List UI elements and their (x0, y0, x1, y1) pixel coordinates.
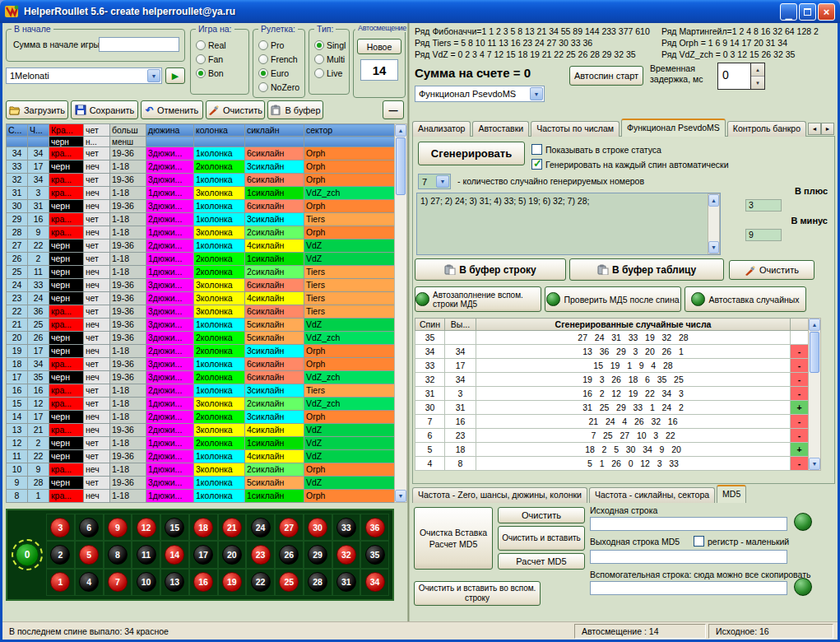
board-cell-32[interactable]: 32 (332, 541, 361, 568)
scroll-up-arrow[interactable]: ▲ (395, 124, 406, 137)
maximize-button[interactable] (799, 3, 816, 21)
save-button[interactable]: Сохранить (71, 100, 138, 119)
history-row[interactable]: 2511черннеч1-181дюжи...2колонка2сиклайнT… (7, 266, 395, 279)
buffer-table-button[interactable]: В буфер таблицу (569, 258, 724, 281)
board-cell-22[interactable]: 22 (246, 569, 275, 596)
history-scrollbar[interactable]: ▲ ▼ (394, 123, 407, 503)
board-cell-3[interactable]: 3 (46, 514, 75, 541)
board-cell-30[interactable]: 30 (304, 514, 332, 541)
board-cell-14[interactable]: 14 (160, 541, 189, 568)
run-button[interactable]: ▶ (165, 67, 185, 84)
board-cell-23[interactable]: 23 (246, 541, 275, 568)
col-header-column[interactable]: колонка (194, 124, 245, 137)
board-cell-34[interactable]: 34 (360, 569, 389, 596)
board-cell-15[interactable]: 15 (160, 514, 189, 541)
copy-buffer-button[interactable]: В буфер (267, 100, 323, 119)
autospin-start-button[interactable]: Автоспин старт (569, 66, 643, 86)
history-row[interactable]: 1321кра...неч19-362дюжи...3колонка4сикла… (7, 424, 395, 437)
history-row[interactable]: 1417черннеч1-182дюжи...2колонка3сиклайнO… (7, 411, 395, 424)
board-cell-6[interactable]: 6 (75, 514, 104, 541)
helper-string-input[interactable] (590, 581, 787, 595)
title-bar[interactable]: HelperRoullet 5.6- create helperroullet@… (0, 0, 840, 23)
dropdown-arrow-icon[interactable]: ▼ (147, 69, 160, 82)
check-md5-button[interactable]: Проверить МД5 после спина (545, 286, 681, 312)
board-cell-8[interactable]: 8 (104, 541, 132, 568)
history-row[interactable]: 1917черннеч1-182дюжи...2колонка3сиклайнO… (7, 345, 395, 358)
scroll-down-arrow[interactable]: ▼ (809, 458, 820, 470)
history-row[interactable]: 2026чернчет19-363дюжи...2колонка5сиклайн… (7, 332, 395, 345)
history-row[interactable]: 3434кра...чет19-363дюжи...1колонка6сикла… (7, 147, 395, 160)
minus-button[interactable]: — (383, 100, 404, 119)
scroll-down-arrow[interactable]: ▼ (395, 490, 406, 502)
gen-row[interactable]: 343413 36 29 3 20 26 1- (415, 345, 809, 359)
helper-ball-button[interactable] (794, 578, 812, 596)
history-row[interactable]: 1122чернчет19-362дюжи...1колонка4сиклайн… (7, 450, 395, 463)
col-header-dozen[interactable]: дюжина (146, 124, 194, 137)
history-row[interactable]: 2125кра...неч19-363дюжи...1колонка5сикла… (7, 319, 395, 332)
history-row[interactable]: 122чернчет1-181дюжи...2колонка1сиклайнVd… (7, 437, 395, 450)
auto-generate-checkbox[interactable]: Генерировать на каждый спин автоматическ… (531, 159, 729, 170)
history-row[interactable]: 2236кра...чет19-363дюжи...3колонка6сикла… (7, 305, 395, 319)
mode-select[interactable]: Функционал PsevdoMS ▼ (415, 86, 545, 102)
gen-row[interactable]: 331715 19 1 9 4 28- (415, 359, 809, 373)
tab-Функционал PsevdoMS[interactable]: Функционал PsevdoMS (621, 119, 726, 137)
dropdown-arrow-icon[interactable]: ▼ (530, 87, 543, 100)
clear-generated-button[interactable]: Очистить (729, 260, 814, 280)
radio-option-singl[interactable]: Singl (314, 40, 347, 51)
checkbox-icon[interactable] (531, 144, 542, 155)
history-row[interactable]: 289кра...неч1-181дюжи...3колонка2сиклайн… (7, 226, 395, 240)
board-cell-35[interactable]: 35 (360, 541, 389, 568)
undo-button[interactable]: ↶ Отменить (141, 100, 203, 119)
radio-option-multi[interactable]: Multi (314, 54, 347, 65)
history-row[interactable]: 109кра...неч1-181дюжи...3колонка2сиклайн… (7, 463, 395, 477)
load-button[interactable]: Загрузить (6, 100, 68, 119)
delay-spinner[interactable]: 0 ▲ ▼ (717, 63, 765, 90)
board-cell-25[interactable]: 25 (275, 569, 304, 596)
col-header-high[interactable]: больш (110, 124, 146, 137)
history-row[interactable]: 313кра...неч1-181дюжи...3колонка1сиклайн… (7, 187, 395, 200)
scroll-up-arrow[interactable]: ▲ (708, 194, 719, 207)
buffer-line-button[interactable]: В буфер строку (415, 258, 566, 281)
gen-row[interactable]: 303131 25 29 33 1 24 2+ (415, 401, 809, 415)
history-row[interactable]: 81кра...неч1-181дюжи...1колонка1сиклайнO… (7, 490, 395, 503)
tab-Автоставки[interactable]: Автоставки (472, 121, 529, 137)
autofill-md5-button[interactable]: Автозаполнение вспом. строки МД5 (415, 286, 541, 312)
gen-row[interactable]: 51818 2 5 30 34 9 20+ (415, 443, 809, 457)
board-cell-9[interactable]: 9 (104, 514, 132, 541)
checkbox-icon[interactable] (531, 159, 542, 170)
col-header-red[interactable]: Кра... (49, 124, 84, 137)
md5-clear-paste-button[interactable]: Очистить и вставить (498, 526, 585, 551)
profile-select[interactable]: 1Melonati ▼ (6, 67, 162, 84)
board-cell-20[interactable]: 20 (218, 541, 247, 568)
gen-row[interactable]: 485 1 26 0 12 3 33- (415, 457, 809, 471)
tab-scroll-left-arrow[interactable]: ◄ (808, 123, 821, 135)
board-cell-19[interactable]: 19 (218, 569, 247, 596)
history-row[interactable]: 2722чернчет19-362дюжи...1колонка4сиклайн… (7, 240, 395, 253)
md5-master-button[interactable]: Очистка Вставка Расчет MD5 (414, 507, 493, 570)
freq-tab-MD5[interactable]: MD5 (717, 485, 746, 503)
radio-option-pro[interactable]: Pro (258, 40, 303, 51)
board-cell-4[interactable]: 4 (75, 569, 104, 596)
tab-scroll-right-arrow[interactable]: ► (821, 123, 834, 135)
output-scrollbar[interactable]: ▲ ▼ (708, 193, 720, 254)
history-row[interactable]: 2916кра...чет1-182дюжи...1колонка3сиклай… (7, 213, 395, 226)
scroll-down-arrow[interactable]: ▼ (708, 241, 719, 254)
board-cell-17[interactable]: 17 (189, 541, 218, 568)
spinner-down-arrow[interactable]: ▼ (751, 77, 764, 89)
col-header-number[interactable]: Ч... (28, 124, 49, 137)
board-cell-33[interactable]: 33 (332, 514, 361, 541)
freq-tab-Частота - Zero, шансы, дюжины, колонки[interactable]: Частота - Zero, шансы, дюжины, колонки (412, 487, 587, 503)
gen-row[interactable]: 6237 25 27 10 3 22- (415, 429, 809, 443)
tab-Контроль банкро[interactable]: Контроль банкро (727, 121, 806, 137)
board-cell-21[interactable]: 21 (218, 514, 247, 541)
history-row[interactable]: 262чернчет1-181дюжи...2колонка1сиклайнVd… (7, 253, 395, 266)
board-cell-2[interactable]: 2 (46, 541, 75, 568)
scroll-thumb[interactable] (810, 332, 819, 373)
board-cell-5[interactable]: 5 (75, 541, 104, 568)
history-row[interactable]: 1616кра...чет1-182дюжи...1колонка3сиклай… (7, 384, 395, 398)
dropdown-arrow-icon[interactable]: ▼ (436, 175, 449, 188)
board-cell-10[interactable]: 10 (132, 569, 160, 596)
source-string-input[interactable] (590, 517, 787, 531)
count-select[interactable]: 7 ▼ (418, 174, 451, 189)
history-row[interactable]: 928чернчет19-363дюжи...1колонка5сиклайнV… (7, 477, 395, 490)
